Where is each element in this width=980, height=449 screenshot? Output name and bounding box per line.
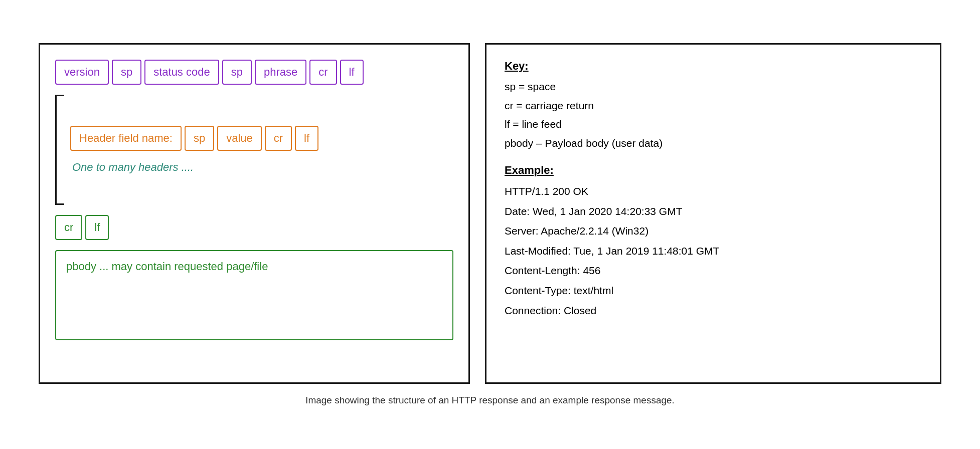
version-box: version bbox=[55, 60, 109, 85]
key-lf: lf = line feed bbox=[505, 116, 922, 132]
example-line-2: Server: Apache/2.2.14 (Win32) bbox=[505, 222, 922, 240]
status-code-box: status code bbox=[144, 60, 219, 85]
example-line-0: HTTP/1.1 200 OK bbox=[505, 183, 922, 200]
lf-box-1: lf bbox=[340, 60, 364, 85]
key-cr: cr = carriage return bbox=[505, 98, 922, 114]
right-panel: Key: sp = space cr = carriage return lf … bbox=[485, 43, 941, 384]
cr-lf-row: cr lf bbox=[55, 215, 453, 240]
sp-box-2: sp bbox=[222, 60, 252, 85]
header-field-name-box: Header field name: bbox=[70, 126, 182, 151]
example-line-3: Last-Modified: Tue, 1 Jan 2019 11:48:01 … bbox=[505, 243, 922, 260]
bracket-symbol bbox=[55, 95, 64, 205]
left-panel: version sp status code sp phrase cr lf H… bbox=[39, 43, 470, 384]
header-section: Header field name: sp value cr lf One to… bbox=[55, 95, 453, 205]
example-line-6: Connection: Closed bbox=[505, 302, 922, 319]
caption: Image showing the structure of an HTTP r… bbox=[305, 395, 675, 406]
phrase-box: phrase bbox=[255, 60, 306, 85]
example-title: Example: bbox=[505, 164, 922, 177]
bracket-container bbox=[55, 95, 64, 205]
key-sp: sp = space bbox=[505, 79, 922, 95]
example-line-4: Content-Length: 456 bbox=[505, 262, 922, 279]
header-lf-box: lf bbox=[295, 126, 318, 151]
example-line-1: Date: Wed, 1 Jan 2020 14:20:33 GMT bbox=[505, 203, 922, 220]
cr-box-1: cr bbox=[309, 60, 337, 85]
lf-box-green: lf bbox=[85, 215, 109, 240]
example-line-5: Content-Type: text/html bbox=[505, 282, 922, 299]
header-value-box: value bbox=[217, 126, 262, 151]
key-title: Key: bbox=[505, 60, 922, 73]
key-pbody: pbody – Payload body (user data) bbox=[505, 135, 922, 151]
sp-box-1: sp bbox=[112, 60, 141, 85]
pbody-box: pbody ... may contain requested page/fil… bbox=[55, 250, 453, 340]
header-rows: Header field name: sp value cr lf One to… bbox=[70, 126, 318, 174]
panels-row: version sp status code sp phrase cr lf H… bbox=[39, 43, 941, 384]
main-container: version sp status code sp phrase cr lf H… bbox=[39, 43, 941, 406]
header-field-row: Header field name: sp value cr lf bbox=[70, 126, 318, 151]
status-line-row: version sp status code sp phrase cr lf bbox=[55, 60, 453, 85]
header-cr-box: cr bbox=[265, 126, 292, 151]
header-sp-box: sp bbox=[185, 126, 214, 151]
one-to-many-label: One to many headers .... bbox=[72, 161, 318, 174]
cr-box-green: cr bbox=[55, 215, 82, 240]
